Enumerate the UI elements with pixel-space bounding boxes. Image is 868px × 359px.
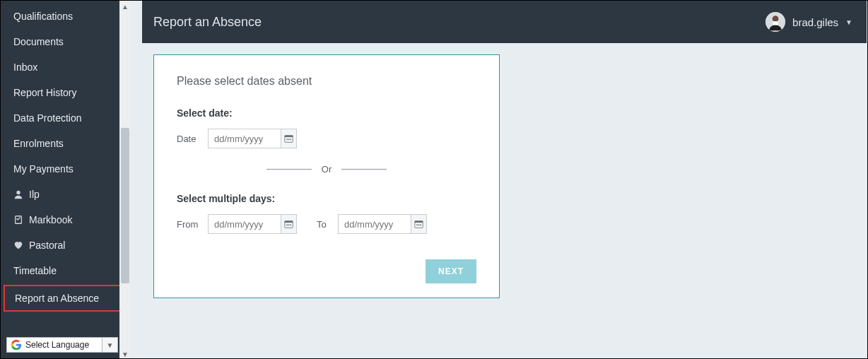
absence-form-card: Please select dates absent Select date: … xyxy=(153,54,500,298)
svg-point-3 xyxy=(773,16,779,22)
select-date-section-label: Select date: xyxy=(177,107,476,119)
sidebar-item-label: Pastoral xyxy=(29,240,65,251)
calendar-icon[interactable] xyxy=(411,215,426,233)
to-date-input[interactable] xyxy=(339,215,411,233)
to-label: To xyxy=(317,219,331,230)
scroll-up-icon[interactable]: ▲ xyxy=(119,1,131,12)
user-menu[interactable]: brad.giles ▼ xyxy=(766,12,852,32)
language-label: Select Language xyxy=(25,340,102,350)
avatar xyxy=(766,12,785,32)
sidebar-item-pastoral[interactable]: Pastoral xyxy=(1,233,131,258)
svg-rect-17 xyxy=(416,224,418,225)
scrollbar-thumb[interactable] xyxy=(121,128,129,283)
from-label: From xyxy=(177,219,201,230)
from-input-wrap xyxy=(208,214,297,234)
next-button[interactable]: NEXT xyxy=(426,259,476,283)
sidebar-item-label: Report an Absence xyxy=(15,293,99,304)
google-logo-icon xyxy=(10,339,23,351)
sidebar-item-report-history[interactable]: Report History xyxy=(1,80,131,105)
sidebar-item-label: My Payments xyxy=(13,163,74,175)
svg-rect-7 xyxy=(286,139,288,140)
svg-rect-6 xyxy=(285,135,293,136)
from-date-input[interactable] xyxy=(209,215,281,233)
sidebar-item-enrolments[interactable]: Enrolments xyxy=(1,131,131,156)
page-title: Report an Absence xyxy=(153,15,262,30)
calendar-icon[interactable] xyxy=(281,215,296,233)
svg-rect-19 xyxy=(420,224,421,225)
sidebar-item-inbox[interactable]: Inbox xyxy=(1,54,131,80)
sidebar-item-label: Documents xyxy=(13,36,64,47)
svg-point-0 xyxy=(16,191,20,194)
date-input[interactable] xyxy=(209,129,281,148)
form-footer: NEXT xyxy=(177,259,476,283)
date-label: Date xyxy=(177,134,201,144)
sidebar-item-timetable[interactable]: Timetable xyxy=(1,258,131,283)
sidebar-item-qualifications[interactable]: Qualifications xyxy=(1,4,131,29)
sidebar-item-label: Data Protection xyxy=(13,112,82,124)
sidebar-item-ilp[interactable]: Ilp xyxy=(1,182,131,207)
sidebar-item-label: Inbox xyxy=(13,61,37,73)
language-selector[interactable]: Select Language ▼ xyxy=(6,337,118,353)
clipboard-icon xyxy=(13,215,23,225)
sidebar-item-label: Report History xyxy=(13,87,76,98)
sidebar-item-documents[interactable]: Documents xyxy=(1,29,131,54)
svg-rect-13 xyxy=(288,224,290,225)
sidebar-item-label: Qualifications xyxy=(13,11,73,22)
multi-date-row: From To xyxy=(177,214,476,234)
divider-line xyxy=(266,169,312,170)
person-icon xyxy=(13,189,23,199)
sidebar-item-report-an-absence[interactable]: Report an Absence xyxy=(4,285,128,312)
heart-icon xyxy=(13,240,23,250)
to-input-wrap xyxy=(338,214,427,234)
chevron-down-icon: ▼ xyxy=(845,18,852,26)
date-field-row: Date xyxy=(177,129,476,148)
svg-rect-9 xyxy=(290,139,291,140)
or-label: Or xyxy=(322,164,332,175)
or-divider: Or xyxy=(177,164,476,175)
sidebar-item-label: Markbook xyxy=(29,214,72,225)
sidebar-item-label: Enrolments xyxy=(13,138,64,149)
form-heading: Please select dates absent xyxy=(177,75,476,88)
calendar-icon[interactable] xyxy=(281,129,296,148)
sidebar-item-my-payments[interactable]: My Payments xyxy=(1,156,131,182)
svg-rect-11 xyxy=(285,220,293,222)
svg-rect-16 xyxy=(415,220,423,222)
content-area: Please select dates absent Select date: … xyxy=(142,43,867,358)
sidebar: Qualifications Documents Inbox Report Hi… xyxy=(1,1,131,359)
sidebar-item-data-protection[interactable]: Data Protection xyxy=(1,105,131,131)
date-input-wrap xyxy=(208,129,297,148)
sidebar-item-markbook[interactable]: Markbook xyxy=(1,207,131,233)
svg-rect-14 xyxy=(290,224,291,225)
chevron-down-icon[interactable]: ▼ xyxy=(102,338,117,352)
svg-rect-12 xyxy=(286,224,288,225)
scroll-down-icon[interactable]: ▼ xyxy=(119,348,131,359)
divider-line xyxy=(341,169,387,170)
sidebar-scrollbar[interactable]: ▲ ▼ xyxy=(119,1,131,359)
svg-rect-18 xyxy=(418,224,420,225)
sidebar-item-label: Ilp xyxy=(29,189,40,200)
select-multiple-section-label: Select multiple days: xyxy=(177,193,476,204)
sidebar-item-label: Timetable xyxy=(13,265,57,276)
svg-rect-8 xyxy=(288,139,290,140)
topbar: Report an Absence brad.giles ▼ xyxy=(142,1,867,43)
svg-rect-4 xyxy=(773,21,778,25)
username: brad.giles xyxy=(792,16,838,28)
